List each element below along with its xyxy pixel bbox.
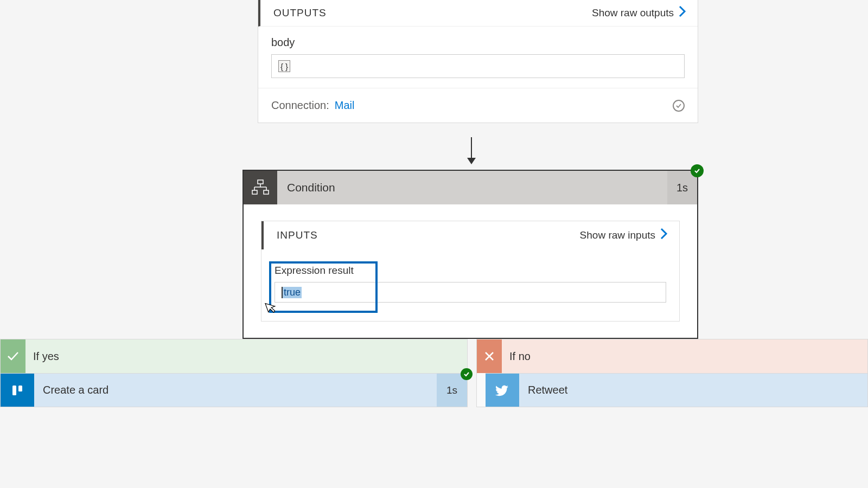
branch-if-no: If no Retweet xyxy=(476,339,868,407)
outputs-header: OUTPUTS Show raw outputs xyxy=(258,0,698,27)
outputs-title: OUTPUTS xyxy=(273,7,327,19)
inputs-box: INPUTS Show raw inputs Expression result… xyxy=(261,221,680,322)
body-label: body xyxy=(271,36,685,49)
svg-rect-8 xyxy=(12,386,16,395)
arrow-down-icon xyxy=(467,158,476,164)
svg-rect-0 xyxy=(258,180,263,184)
show-raw-outputs-button[interactable]: Show raw outputs xyxy=(592,5,687,21)
svg-rect-9 xyxy=(18,386,22,391)
action-retweet-title: Retweet xyxy=(519,374,867,407)
success-badge-icon xyxy=(461,368,473,380)
connection-left: Connection: Mail xyxy=(271,99,354,112)
outputs-card: OUTPUTS Show raw outputs body { } Connec… xyxy=(258,0,698,123)
body-section: body { } xyxy=(258,27,698,88)
json-braces-icon: { } xyxy=(278,60,290,72)
branch-no-title: If no xyxy=(502,350,867,363)
condition-title: Condition xyxy=(277,171,667,204)
check-icon xyxy=(1,339,25,373)
trello-icon xyxy=(1,374,34,407)
branch-yes-title: If yes xyxy=(25,350,467,363)
svg-rect-6 xyxy=(264,190,269,194)
body-field[interactable]: { } xyxy=(271,54,685,78)
condition-header: Condition 1s xyxy=(244,171,697,204)
expression-result-label: Expression result xyxy=(275,265,666,277)
twitter-icon xyxy=(486,374,519,407)
expression-result-field[interactable]: true xyxy=(275,282,666,303)
show-raw-inputs-label: Show raw inputs xyxy=(580,229,655,241)
condition-body: INPUTS Show raw inputs Expression result… xyxy=(244,204,697,338)
check-circle-icon xyxy=(673,100,685,112)
close-icon xyxy=(477,339,502,373)
svg-rect-7 xyxy=(10,383,24,397)
inputs-title: INPUTS xyxy=(277,229,318,241)
flow-connector xyxy=(471,137,472,163)
chevron-right-icon xyxy=(678,5,687,21)
condition-card[interactable]: Condition 1s INPUTS Show raw inputs Expr… xyxy=(242,170,698,339)
chevron-right-icon xyxy=(660,228,668,243)
show-raw-outputs-label: Show raw outputs xyxy=(592,7,674,19)
action-retweet[interactable]: Retweet xyxy=(486,373,867,407)
connection-label: Connection: xyxy=(271,99,329,112)
branch-if-yes: If yes Create a card 1s xyxy=(0,339,468,407)
action-create-card-title: Create a card xyxy=(34,374,437,407)
action-create-card[interactable]: Create a card 1s xyxy=(1,373,467,407)
show-raw-inputs-button[interactable]: Show raw inputs xyxy=(580,228,668,243)
expression-result-value: true xyxy=(282,287,302,298)
success-badge-icon xyxy=(691,164,704,177)
branch-yes-header[interactable]: If yes xyxy=(1,339,467,373)
inputs-content: Expression result true xyxy=(261,249,679,321)
connection-link[interactable]: Mail xyxy=(335,99,355,112)
branch-no-header[interactable]: If no xyxy=(477,339,867,373)
connection-row: Connection: Mail xyxy=(258,88,698,123)
condition-icon xyxy=(244,171,277,204)
svg-rect-5 xyxy=(252,190,257,194)
inputs-header: INPUTS Show raw inputs xyxy=(261,221,679,249)
